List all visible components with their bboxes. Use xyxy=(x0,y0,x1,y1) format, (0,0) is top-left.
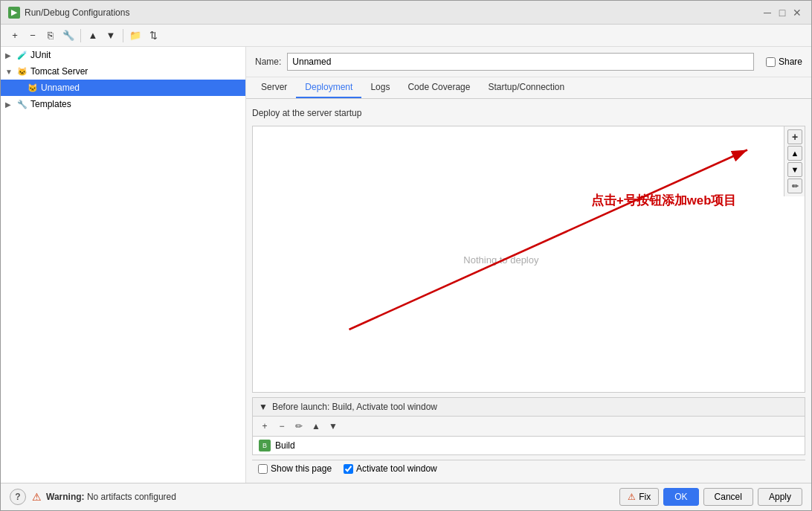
help-button[interactable]: ? xyxy=(10,489,26,505)
remove-config-button[interactable]: − xyxy=(25,28,41,44)
config-tabs: Server Deployment Logs Code Coverage Sta… xyxy=(246,77,811,99)
title-bar: ▶ Run/Debug Configurations ─ □ ✕ xyxy=(1,1,811,25)
unnamed-icon: 🐱 xyxy=(27,82,39,94)
cancel-button[interactable]: Cancel xyxy=(703,488,753,506)
before-launch-header: ▼ Before launch: Build, Activate tool wi… xyxy=(253,398,805,417)
activate-window-checkbox[interactable] xyxy=(344,464,353,474)
tomcat-icon: 🐱 xyxy=(16,65,28,77)
config-panel: Name: Share Server Deployment Logs Code … xyxy=(246,47,811,483)
warning-row: ⚠ Warning: No artifacts configured xyxy=(32,491,176,503)
share-label: Share xyxy=(779,57,802,67)
nothing-to-deploy-text: Nothing to deploy xyxy=(463,254,538,265)
add-config-button[interactable]: + xyxy=(7,28,23,44)
maximize-button[interactable]: □ xyxy=(776,6,789,19)
window-icon: ▶ xyxy=(8,7,20,19)
deploy-header: Deploy at the server startup xyxy=(252,105,805,121)
junit-label: JUnit xyxy=(30,50,51,60)
configurations-tree: ▶ 🧪 JUnit ▼ 🐱 Tomcat Server 🐱 Unnamed ▶ … xyxy=(1,47,246,483)
deploy-area: + ▲ ▼ ✏ Nothing to deploy xyxy=(252,126,805,393)
tree-arrow-tomcat: ▼ xyxy=(5,68,14,76)
before-launch-collapse[interactable]: ▼ xyxy=(259,402,268,412)
warning-icon: ⚠ xyxy=(32,491,42,503)
close-button[interactable]: ✕ xyxy=(790,6,804,19)
bl-up-button[interactable]: ▲ xyxy=(309,419,323,434)
window-title: Run/Debug Configurations xyxy=(25,7,129,18)
tab-deployment[interactable]: Deployment xyxy=(296,77,361,98)
name-label: Name: xyxy=(255,57,281,67)
title-controls[interactable]: ─ □ ✕ xyxy=(761,6,804,19)
svg-text:点击+号按钮添加web项目: 点击+号按钮添加web项目 xyxy=(591,193,736,208)
activate-window-row: Activate tool window xyxy=(344,463,437,474)
build-label: Build xyxy=(275,440,295,451)
deploy-container: + ▲ ▼ ✏ Nothing to deploy xyxy=(252,126,805,393)
name-row: Name: Share xyxy=(246,47,811,77)
before-launch-label: Before launch: Build, Activate tool wind… xyxy=(272,402,437,412)
scroll-up-button[interactable]: ▲ xyxy=(787,146,802,161)
bl-edit-button[interactable]: ✏ xyxy=(291,419,306,434)
tomcat-label: Tomcat Server xyxy=(30,66,88,77)
activate-window-label: Activate tool window xyxy=(356,463,437,474)
bl-down-button[interactable]: ▼ xyxy=(326,419,341,434)
tab-startup[interactable]: Startup/Connection xyxy=(479,77,573,98)
warning-icon-small: ⚠ xyxy=(628,492,636,502)
share-checkbox[interactable] xyxy=(766,57,776,67)
warning-detail: No artifacts configured xyxy=(87,492,176,502)
build-icon: B xyxy=(259,440,271,451)
warning-bold: Warning: xyxy=(46,492,85,502)
tab-coverage[interactable]: Code Coverage xyxy=(399,77,479,98)
bl-remove-button[interactable]: − xyxy=(274,419,289,434)
templates-icon: 🔧 xyxy=(16,98,28,110)
configurations-toolbar: + − ⎘ 🔧 ▲ ▼ 📁 ⇅ xyxy=(1,25,811,47)
folder-button[interactable]: 📁 xyxy=(127,28,144,44)
footer-buttons: ⚠ Fix OK Cancel Apply xyxy=(619,488,802,506)
show-page-label: Show this page xyxy=(271,463,332,474)
toolbar-separator xyxy=(80,29,81,42)
junit-icon: 🧪 xyxy=(16,49,28,61)
tree-item-junit[interactable]: ▶ 🧪 JUnit xyxy=(1,47,245,63)
scroll-down-button[interactable]: ▼ xyxy=(787,162,802,177)
up-button[interactable]: ▲ xyxy=(85,28,101,44)
tree-arrow-junit: ▶ xyxy=(5,51,14,60)
bl-add-button[interactable]: + xyxy=(257,419,272,434)
tab-server[interactable]: Server xyxy=(252,77,296,98)
sort-button[interactable]: ⇅ xyxy=(145,28,161,44)
settings-button[interactable]: 🔧 xyxy=(60,28,77,44)
build-item: B Build xyxy=(253,437,805,454)
show-page-checkbox[interactable] xyxy=(258,464,268,474)
before-launch-section: ▼ Before launch: Build, Activate tool wi… xyxy=(252,397,805,455)
fix-button[interactable]: ⚠ Fix xyxy=(619,488,659,506)
edit-artifact-button[interactable]: ✏ xyxy=(787,179,802,193)
copy-config-button[interactable]: ⎘ xyxy=(42,28,59,44)
share-row: Share xyxy=(766,57,802,67)
title-bar-left: ▶ Run/Debug Configurations xyxy=(8,7,129,19)
main-content: ▶ 🧪 JUnit ▼ 🐱 Tomcat Server 🐱 Unnamed ▶ … xyxy=(1,47,811,483)
deployment-panel: Deploy at the server startup + ▲ ▼ ✏ Not… xyxy=(246,99,811,483)
down-button[interactable]: ▼ xyxy=(103,28,119,44)
apply-button[interactable]: Apply xyxy=(758,488,802,506)
deploy-side-toolbar: + ▲ ▼ ✏ xyxy=(784,126,805,196)
minimize-button[interactable]: ─ xyxy=(761,6,774,19)
tree-item-templates[interactable]: ▶ 🔧 Templates xyxy=(1,96,245,112)
tab-logs[interactable]: Logs xyxy=(361,77,399,98)
warning-text: Warning: No artifacts configured xyxy=(46,492,176,502)
name-input[interactable] xyxy=(287,53,754,71)
tree-arrow-templates: ▶ xyxy=(5,100,14,109)
add-artifact-button[interactable]: + xyxy=(787,129,802,144)
tree-item-unnamed[interactable]: 🐱 Unnamed xyxy=(1,80,245,96)
toolbar-separator2 xyxy=(123,29,123,42)
unnamed-label: Unnamed xyxy=(41,83,80,93)
bottom-options: Show this page Activate tool window xyxy=(252,460,805,477)
footer: ? ⚠ Warning: No artifacts configured ⚠ F… xyxy=(1,483,811,510)
svg-line-1 xyxy=(349,150,748,330)
fix-label: Fix xyxy=(639,492,651,502)
ok-button[interactable]: OK xyxy=(663,488,698,506)
before-launch-toolbar: + − ✏ ▲ ▼ xyxy=(253,417,805,437)
show-page-row: Show this page xyxy=(258,463,332,474)
tree-item-tomcat[interactable]: ▼ 🐱 Tomcat Server xyxy=(1,63,245,80)
templates-label: Templates xyxy=(30,99,71,109)
